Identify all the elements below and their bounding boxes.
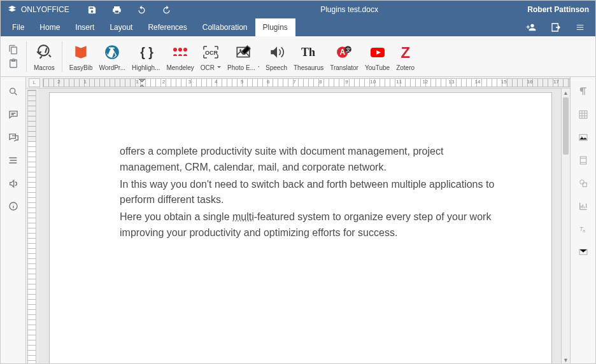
print-icon[interactable] xyxy=(112,5,122,15)
tab-references[interactable]: References xyxy=(140,18,194,36)
tab-collaboration[interactable]: Collaboration xyxy=(195,18,255,36)
svg-point-2 xyxy=(173,48,177,52)
plugin-youtube-label: YouTube xyxy=(365,64,390,71)
paste-icon[interactable] xyxy=(8,59,18,69)
ruler-tick-label: 12 xyxy=(412,79,438,85)
ruler-tick-label: 11 xyxy=(386,79,412,85)
plugins-toolbar: Macros EasyBib WordPr... { } Highligh...… xyxy=(1,36,595,77)
vruler-ticks xyxy=(27,90,36,364)
ruler-corner: L xyxy=(29,78,40,87)
page-viewport[interactable]: offers a complete productivity suite wit… xyxy=(38,88,561,364)
about-icon[interactable] xyxy=(8,200,19,212)
spellcheck-underline[interactable]: multi xyxy=(232,211,254,222)
ruler-tick-label: 1 xyxy=(124,79,150,85)
ruler-tick-label: 8 xyxy=(308,79,334,85)
plugin-thesaurus[interactable]: Th Thesaurus xyxy=(290,42,327,71)
svg-point-3 xyxy=(178,48,182,52)
ruler-tick-label: 17 xyxy=(543,79,569,85)
scroll-track[interactable] xyxy=(562,97,570,356)
left-sidebar xyxy=(1,77,26,364)
paragraph-settings-icon[interactable] xyxy=(578,86,589,97)
feedback-icon[interactable] xyxy=(8,178,19,189)
svg-text:{ }: { } xyxy=(141,45,154,59)
plugin-translator[interactable]: A文 Translator xyxy=(327,42,362,71)
ruler-tick-label: 14 xyxy=(465,79,491,85)
plugin-easybib[interactable]: EasyBib xyxy=(66,42,96,71)
svg-text:Z: Z xyxy=(401,44,410,60)
ruler-tick-label: 2 xyxy=(150,79,176,85)
tab-insert[interactable]: Insert xyxy=(67,18,102,36)
horizontal-ruler[interactable]: L 211234567891011121314151617 xyxy=(26,77,570,88)
logo-icon xyxy=(7,4,17,15)
plugin-macros[interactable]: Macros xyxy=(31,42,58,71)
vertical-scrollbar[interactable]: ▲ ▼ xyxy=(561,88,570,364)
plugin-speech[interactable]: Speech xyxy=(262,42,290,71)
navigation-icon[interactable] xyxy=(8,155,19,166)
plugin-wordpress[interactable]: WordPr... xyxy=(96,42,129,71)
search-icon[interactable] xyxy=(8,86,19,97)
ruler-tick-label: 16 xyxy=(517,79,543,85)
textart-settings-icon[interactable]: Ta xyxy=(578,223,589,235)
ruler-tick-label: 3 xyxy=(176,79,202,85)
paragraph[interactable]: offers a complete productivity suite wit… xyxy=(120,144,508,176)
plugin-thesaurus-label: Thesaurus xyxy=(294,64,323,71)
plugin-highlight[interactable]: { } Highligh... xyxy=(129,42,163,71)
comments-icon[interactable] xyxy=(8,109,19,120)
scroll-thumb[interactable] xyxy=(563,97,569,155)
vertical-ruler[interactable] xyxy=(26,88,38,364)
plugin-zotero[interactable]: Z Zotero xyxy=(393,42,418,71)
hamburger-icon[interactable] xyxy=(575,23,585,32)
redo-icon[interactable] xyxy=(162,5,171,15)
plugin-highlight-label: Highligh... xyxy=(132,64,160,71)
toolbar-divider xyxy=(62,41,62,72)
plugin-ocr[interactable]: OCR OCR xyxy=(197,42,224,71)
plugin-photo-editor[interactable]: Photo E... xyxy=(224,42,262,71)
table-settings-icon[interactable] xyxy=(578,109,589,120)
toolbar-divider xyxy=(26,41,27,72)
paragraph[interactable]: In this way you don't need to switch bac… xyxy=(120,177,508,209)
svg-point-15 xyxy=(10,88,15,94)
document-title: Plugins test.docx xyxy=(171,5,528,14)
svg-text:a: a xyxy=(583,228,585,233)
svg-rect-17 xyxy=(579,111,587,118)
clipboard-group xyxy=(4,45,22,69)
user-name[interactable]: Robert Pattinson xyxy=(527,5,589,14)
header-footer-icon[interactable] xyxy=(578,155,589,166)
tab-layout[interactable]: Layout xyxy=(102,18,140,36)
plugin-macros-label: Macros xyxy=(34,64,55,71)
copy-icon[interactable] xyxy=(8,45,18,55)
svg-rect-20 xyxy=(580,157,586,164)
scroll-down-icon[interactable]: ▼ xyxy=(562,356,570,364)
undo-icon[interactable] xyxy=(137,5,146,15)
open-location-icon[interactable] xyxy=(551,22,561,32)
save-icon[interactable] xyxy=(87,5,97,15)
chart-settings-icon[interactable] xyxy=(578,200,589,212)
ruler-tick-label: 15 xyxy=(491,79,517,85)
paragraph[interactable]: Here you obtain a single multi-featured … xyxy=(120,209,508,241)
plugin-mendeley-label: Mendeley xyxy=(166,64,194,71)
plugin-ocr-label: OCR xyxy=(201,64,221,71)
document-page[interactable]: offers a complete productivity suite wit… xyxy=(49,92,552,364)
ruler-tick-label: 13 xyxy=(438,79,464,85)
svg-text:文: 文 xyxy=(346,46,351,52)
ruler-tick-label xyxy=(98,79,124,85)
vruler-top-margin xyxy=(28,90,36,141)
add-user-icon[interactable] xyxy=(525,22,537,32)
app-name: ONLYOFFICE xyxy=(21,5,69,14)
tab-plugins[interactable]: Plugins xyxy=(255,18,295,36)
ruler-tick-label: 2 xyxy=(46,79,72,85)
image-settings-icon[interactable] xyxy=(578,132,589,143)
tab-file[interactable]: File xyxy=(4,18,32,36)
svg-point-21 xyxy=(579,180,584,185)
ruler-tick-label: 5 xyxy=(229,79,255,85)
shape-settings-icon[interactable] xyxy=(578,178,589,189)
ruler-tick-label: 9 xyxy=(334,79,360,85)
chat-icon[interactable] xyxy=(8,132,19,143)
plugin-mendeley[interactable]: Mendeley xyxy=(163,42,197,71)
tab-home[interactable]: Home xyxy=(32,18,67,36)
scroll-up-icon[interactable]: ▲ xyxy=(562,88,570,97)
plugin-youtube[interactable]: YouTube xyxy=(362,42,393,71)
plugin-photo-editor-label: Photo E... xyxy=(227,64,259,71)
hruler-ticks: 211234567891011121314151617 xyxy=(43,78,570,87)
mailmerge-icon[interactable] xyxy=(578,246,589,258)
